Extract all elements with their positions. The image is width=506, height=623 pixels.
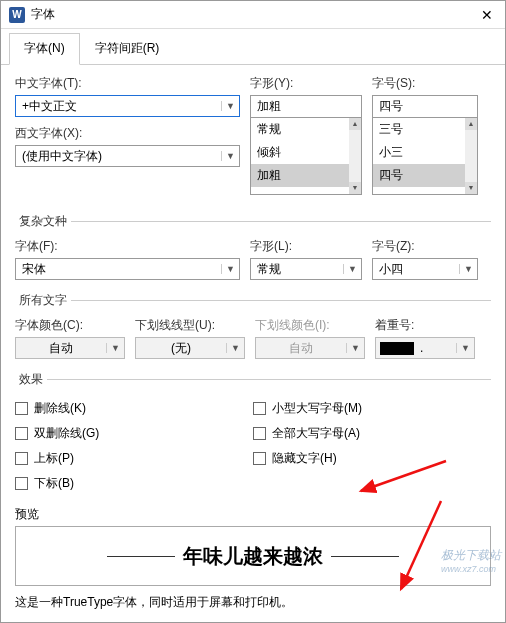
tab-spacing[interactable]: 字符间距(R) (80, 33, 175, 64)
western-font-combo[interactable]: (使用中文字体) ▼ (15, 145, 240, 167)
underline-value: (无) (136, 340, 226, 357)
font-f-value: 宋体 (16, 261, 221, 278)
check-dstrike[interactable]: 双删除线(G) (15, 421, 253, 446)
chevron-down-icon: ▼ (106, 343, 124, 353)
check-smallcaps-label: 小型大写字母(M) (272, 400, 362, 417)
checkbox-icon (253, 402, 266, 415)
style-opt-italic[interactable]: 倾斜 (251, 141, 361, 164)
style-l-combo[interactable]: 常规 ▼ (250, 258, 362, 280)
effects-checks: 删除线(K) 小型大写字母(M) 双删除线(G) 全部大写字母(A) 上标(P)… (15, 396, 491, 496)
check-dstrike-label: 双删除线(G) (34, 425, 99, 442)
label-underline: 下划线线型(U): (135, 317, 245, 334)
checkbox-icon (15, 427, 28, 440)
style-input-value: 加粗 (251, 98, 361, 115)
preview-text: 年味儿越来越浓 (183, 543, 323, 570)
check-allcaps-label: 全部大写字母(A) (272, 425, 360, 442)
preview-line-right (331, 556, 399, 557)
close-icon[interactable]: ✕ (477, 7, 497, 23)
western-font-value: (使用中文字体) (16, 148, 221, 165)
label-size: 字号(S): (372, 75, 478, 92)
label-font-color: 字体颜色(C): (15, 317, 125, 334)
underline-dropdown[interactable]: (无) ▼ (135, 337, 245, 359)
label-size-z: 字号(Z): (372, 238, 478, 255)
font-color-value: 自动 (16, 340, 106, 357)
label-style-l: 字形(L): (250, 238, 362, 255)
font-f-combo[interactable]: 宋体 ▼ (15, 258, 240, 280)
legend-effects: 效果 (15, 371, 47, 388)
emphasis-value: . (414, 341, 456, 355)
cjk-font-combo[interactable]: +中文正文 ▼ (15, 95, 240, 117)
fieldset-complex: 复杂文种 字体(F): 宋体 ▼ 字形(L): 常规 ▼ 字号(Z): 小四 (15, 213, 491, 288)
chevron-down-icon: ▼ (226, 343, 244, 353)
scroll-down-icon[interactable]: ▼ (349, 182, 361, 194)
size-z-value: 小四 (373, 261, 459, 278)
preview-line-left (107, 556, 175, 557)
emphasis-dropdown[interactable]: . ▼ (375, 337, 475, 359)
font-color-dropdown[interactable]: 自动 ▼ (15, 337, 125, 359)
chevron-down-icon: ▼ (343, 264, 361, 274)
preview-box: 年味儿越来越浓 (15, 526, 491, 586)
scroll-up-icon[interactable]: ▲ (349, 118, 361, 130)
underline-color-dropdown: 自动 ▼ (255, 337, 365, 359)
style-scrollbar[interactable]: ▲ ▼ (349, 118, 361, 194)
size-opt-0[interactable]: 三号 (373, 118, 477, 141)
scroll-track[interactable] (349, 130, 361, 182)
style-l-value: 常规 (251, 261, 343, 278)
scroll-track[interactable] (465, 130, 477, 182)
window-title: 字体 (31, 6, 477, 23)
scroll-up-icon[interactable]: ▲ (465, 118, 477, 130)
content: 中文字体(T): +中文正文 ▼ 字形(Y): 加粗 常规 倾斜 加粗 ▲ ▼ (1, 65, 505, 623)
size-z-combo[interactable]: 小四 ▼ (372, 258, 478, 280)
size-input[interactable]: 四号 (372, 95, 478, 117)
tab-strip: 字体(N) 字符间距(R) (1, 29, 505, 65)
check-strike[interactable]: 删除线(K) (15, 396, 253, 421)
label-emphasis: 着重号: (375, 317, 485, 334)
check-super-label: 上标(P) (34, 450, 74, 467)
legend-all-text: 所有文字 (15, 292, 71, 309)
check-super[interactable]: 上标(P) (15, 446, 253, 471)
chevron-down-icon: ▼ (221, 151, 239, 161)
chevron-down-icon: ▼ (221, 264, 239, 274)
size-listbox[interactable]: 三号 小三 四号 ▲ ▼ (372, 117, 478, 195)
label-western-font: 西文字体(X): (15, 125, 240, 142)
titlebar: W 字体 ✕ (1, 1, 505, 29)
check-hidden[interactable]: 隐藏文字(H) (253, 446, 491, 471)
size-opt-1[interactable]: 小三 (373, 141, 477, 164)
check-strike-label: 删除线(K) (34, 400, 86, 417)
checkbox-icon (253, 452, 266, 465)
label-style: 字形(Y): (250, 75, 362, 92)
fieldset-effects: 效果 删除线(K) 小型大写字母(M) 双删除线(G) 全部大写字母(A) 上标… (15, 371, 491, 500)
check-sub-label: 下标(B) (34, 475, 74, 492)
style-input[interactable]: 加粗 (250, 95, 362, 117)
checkbox-icon (253, 427, 266, 440)
chevron-down-icon: ▼ (456, 343, 474, 353)
chevron-down-icon: ▼ (346, 343, 364, 353)
checkbox-icon (15, 477, 28, 490)
label-preview: 预览 (15, 506, 491, 523)
style-opt-regular[interactable]: 常规 (251, 118, 361, 141)
label-underline-color: 下划线颜色(I): (255, 317, 365, 334)
check-smallcaps[interactable]: 小型大写字母(M) (253, 396, 491, 421)
underline-color-value: 自动 (256, 340, 346, 357)
size-opt-2[interactable]: 四号 (373, 164, 477, 187)
check-allcaps[interactable]: 全部大写字母(A) (253, 421, 491, 446)
check-sub[interactable]: 下标(B) (15, 471, 253, 496)
chevron-down-icon: ▼ (459, 264, 477, 274)
checkbox-icon (15, 452, 28, 465)
label-font-f: 字体(F): (15, 238, 240, 255)
font-note: 这是一种TrueType字体，同时适用于屏幕和打印机。 (15, 594, 491, 611)
check-hidden-label: 隐藏文字(H) (272, 450, 337, 467)
app-icon: W (9, 7, 25, 23)
scroll-down-icon[interactable]: ▼ (465, 182, 477, 194)
tab-font[interactable]: 字体(N) (9, 33, 80, 65)
label-cjk-font: 中文字体(T): (15, 75, 240, 92)
style-opt-bold[interactable]: 加粗 (251, 164, 361, 187)
style-listbox[interactable]: 常规 倾斜 加粗 ▲ ▼ (250, 117, 362, 195)
size-scrollbar[interactable]: ▲ ▼ (465, 118, 477, 194)
legend-complex: 复杂文种 (15, 213, 71, 230)
emphasis-swatch (380, 342, 414, 355)
fieldset-all-text: 所有文字 字体颜色(C): 自动 ▼ 下划线线型(U): (无) ▼ 下划线颜色… (15, 292, 491, 367)
size-input-value: 四号 (373, 98, 477, 115)
cjk-font-value: +中文正文 (16, 98, 221, 115)
chevron-down-icon: ▼ (221, 101, 239, 111)
